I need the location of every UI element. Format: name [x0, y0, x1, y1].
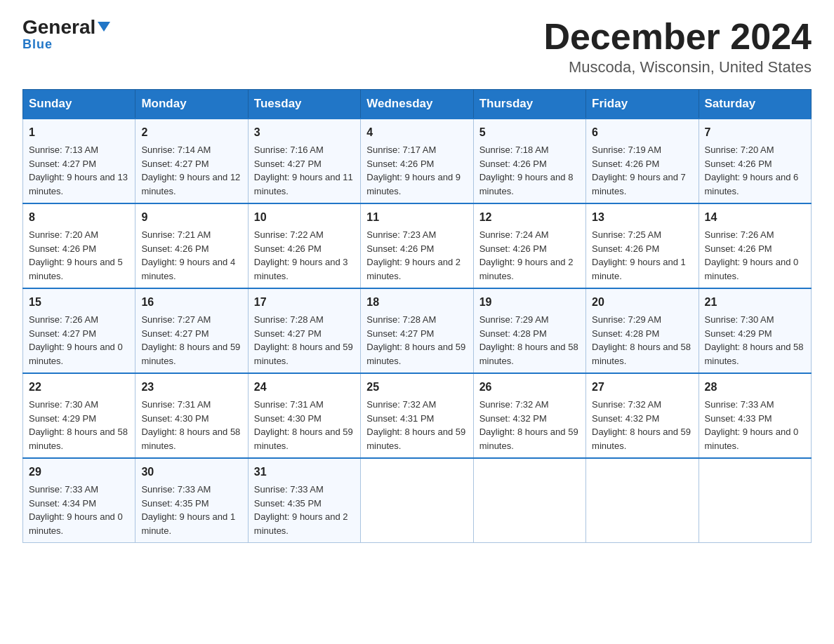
day-number: 6 — [592, 124, 692, 141]
day-number: 22 — [29, 379, 129, 396]
calendar-cell-14: 14Sunrise: 7:26 AMSunset: 4:26 PMDayligh… — [699, 203, 811, 288]
day-number: 15 — [29, 294, 129, 311]
calendar-week-row: 8Sunrise: 7:20 AMSunset: 4:26 PMDaylight… — [23, 203, 812, 288]
calendar-week-row: 22Sunrise: 7:30 AMSunset: 4:29 PMDayligh… — [23, 373, 812, 458]
weekday-header-sunday: Sunday — [23, 90, 135, 119]
calendar-cell-20: 20Sunrise: 7:29 AMSunset: 4:28 PMDayligh… — [586, 288, 699, 373]
day-number: 13 — [592, 209, 692, 226]
calendar-cell-24: 24Sunrise: 7:31 AMSunset: 4:30 PMDayligh… — [248, 373, 360, 458]
calendar-cell-16: 16Sunrise: 7:27 AMSunset: 4:27 PMDayligh… — [135, 288, 248, 373]
day-number: 18 — [366, 294, 467, 311]
calendar-cell-6: 6Sunrise: 7:19 AMSunset: 4:26 PMDaylight… — [586, 119, 699, 203]
calendar-cell-23: 23Sunrise: 7:31 AMSunset: 4:30 PMDayligh… — [135, 373, 248, 458]
day-number: 16 — [141, 294, 241, 311]
logo-blue-text: Blue — [22, 37, 53, 52]
calendar-cell-28: 28Sunrise: 7:33 AMSunset: 4:33 PMDayligh… — [699, 373, 811, 458]
empty-cell — [361, 458, 473, 543]
calendar-cell-15: 15Sunrise: 7:26 AMSunset: 4:27 PMDayligh… — [23, 288, 135, 373]
day-number: 9 — [141, 209, 241, 226]
calendar-title: December 2024 — [543, 17, 812, 57]
day-number: 11 — [366, 209, 467, 226]
day-number: 23 — [141, 379, 241, 396]
weekday-header-monday: Monday — [135, 90, 248, 119]
calendar-cell-17: 17Sunrise: 7:28 AMSunset: 4:27 PMDayligh… — [248, 288, 360, 373]
calendar-cell-4: 4Sunrise: 7:17 AMSunset: 4:26 PMDaylight… — [361, 119, 473, 203]
day-number: 3 — [254, 124, 355, 141]
calendar-week-row: 1Sunrise: 7:13 AMSunset: 4:27 PMDaylight… — [23, 119, 812, 203]
day-number: 1 — [29, 124, 129, 141]
day-number: 12 — [479, 209, 580, 226]
weekday-header-row: SundayMondayTuesdayWednesdayThursdayFrid… — [23, 90, 812, 119]
day-number: 17 — [254, 294, 355, 311]
weekday-header-friday: Friday — [586, 90, 699, 119]
calendar-cell-10: 10Sunrise: 7:22 AMSunset: 4:26 PMDayligh… — [248, 203, 360, 288]
calendar-cell-31: 31Sunrise: 7:33 AMSunset: 4:35 PMDayligh… — [248, 458, 360, 543]
title-block: December 2024 Muscoda, Wisconsin, United… — [543, 17, 812, 76]
calendar-cell-8: 8Sunrise: 7:20 AMSunset: 4:26 PMDaylight… — [23, 203, 135, 288]
calendar-week-row: 29Sunrise: 7:33 AMSunset: 4:34 PMDayligh… — [23, 458, 812, 543]
calendar-cell-1: 1Sunrise: 7:13 AMSunset: 4:27 PMDaylight… — [23, 119, 135, 203]
empty-cell — [473, 458, 585, 543]
calendar-cell-3: 3Sunrise: 7:16 AMSunset: 4:27 PMDaylight… — [248, 119, 360, 203]
calendar-cell-30: 30Sunrise: 7:33 AMSunset: 4:35 PMDayligh… — [135, 458, 248, 543]
day-number: 27 — [592, 379, 692, 396]
calendar-subtitle: Muscoda, Wisconsin, United States — [543, 58, 812, 76]
calendar-table: SundayMondayTuesdayWednesdayThursdayFrid… — [22, 89, 812, 543]
calendar-cell-27: 27Sunrise: 7:32 AMSunset: 4:32 PMDayligh… — [586, 373, 699, 458]
calendar-cell-9: 9Sunrise: 7:21 AMSunset: 4:26 PMDaylight… — [135, 203, 248, 288]
day-number: 29 — [29, 464, 129, 481]
day-number: 24 — [254, 379, 355, 396]
weekday-header-thursday: Thursday — [473, 90, 585, 119]
calendar-cell-19: 19Sunrise: 7:29 AMSunset: 4:28 PMDayligh… — [473, 288, 585, 373]
calendar-cell-26: 26Sunrise: 7:32 AMSunset: 4:32 PMDayligh… — [473, 373, 585, 458]
day-number: 2 — [141, 124, 241, 141]
weekday-header-tuesday: Tuesday — [248, 90, 360, 119]
empty-cell — [586, 458, 699, 543]
calendar-week-row: 15Sunrise: 7:26 AMSunset: 4:27 PMDayligh… — [23, 288, 812, 373]
day-number: 28 — [705, 379, 805, 396]
logo: General Blue — [22, 17, 110, 52]
weekday-header-saturday: Saturday — [699, 90, 811, 119]
page-header: General Blue December 2024 Muscoda, Wisc… — [22, 17, 812, 76]
day-number: 26 — [479, 379, 580, 396]
day-number: 5 — [479, 124, 580, 141]
day-number: 8 — [29, 209, 129, 226]
calendar-cell-2: 2Sunrise: 7:14 AMSunset: 4:27 PMDaylight… — [135, 119, 248, 203]
day-number: 19 — [479, 294, 580, 311]
day-number: 14 — [705, 209, 805, 226]
calendar-cell-22: 22Sunrise: 7:30 AMSunset: 4:29 PMDayligh… — [23, 373, 135, 458]
calendar-cell-12: 12Sunrise: 7:24 AMSunset: 4:26 PMDayligh… — [473, 203, 585, 288]
day-number: 20 — [592, 294, 692, 311]
day-number: 4 — [366, 124, 467, 141]
calendar-cell-13: 13Sunrise: 7:25 AMSunset: 4:26 PMDayligh… — [586, 203, 699, 288]
calendar-cell-5: 5Sunrise: 7:18 AMSunset: 4:26 PMDaylight… — [473, 119, 585, 203]
day-number: 25 — [366, 379, 467, 396]
logo-general-text: General — [22, 17, 110, 39]
day-number: 31 — [254, 464, 355, 481]
weekday-header-wednesday: Wednesday — [361, 90, 473, 119]
calendar-cell-18: 18Sunrise: 7:28 AMSunset: 4:27 PMDayligh… — [361, 288, 473, 373]
day-number: 7 — [705, 124, 805, 141]
empty-cell — [699, 458, 811, 543]
calendar-cell-25: 25Sunrise: 7:32 AMSunset: 4:31 PMDayligh… — [361, 373, 473, 458]
calendar-cell-7: 7Sunrise: 7:20 AMSunset: 4:26 PMDaylight… — [699, 119, 811, 203]
calendar-cell-11: 11Sunrise: 7:23 AMSunset: 4:26 PMDayligh… — [361, 203, 473, 288]
day-number: 21 — [705, 294, 805, 311]
day-number: 30 — [141, 464, 241, 481]
calendar-cell-29: 29Sunrise: 7:33 AMSunset: 4:34 PMDayligh… — [23, 458, 135, 543]
calendar-cell-21: 21Sunrise: 7:30 AMSunset: 4:29 PMDayligh… — [699, 288, 811, 373]
day-number: 10 — [254, 209, 355, 226]
